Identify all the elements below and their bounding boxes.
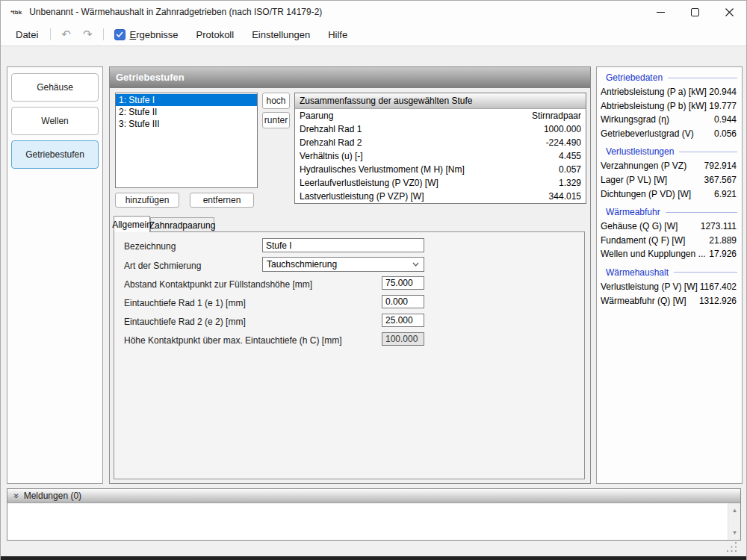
summary-row: Verhältnis (u) [-]4.455 <box>295 149 586 163</box>
messages-header[interactable]: » Meldungen (0) <box>7 489 740 503</box>
summary-value: 0.057 <box>559 163 586 176</box>
menu-item-einstellungen[interactable]: Einstellungen <box>244 26 317 43</box>
summary-label: Verhältnis (u) [-] <box>295 149 559 163</box>
hoehe-kontaktpunkt-label: Höhe Kontaktpunkt über max. Eintauchtief… <box>124 335 341 346</box>
bezeichnung-label: Bezeichnung <box>124 241 176 252</box>
menu-item-hilfe[interactable]: Hilfe <box>320 26 355 43</box>
section-title-verlustleistungen: Verlustleistungen <box>606 146 737 157</box>
sidebar-item-wellen[interactable]: Wellen <box>11 107 99 135</box>
summary-label: Hydraulisches Verlustmoment (M H) [Nm] <box>295 163 559 176</box>
result-row: Gehäuse (Q G) [W]1273.111 <box>597 220 742 234</box>
ergebnisse-label[interactable]: Ergebnisse <box>130 29 179 40</box>
summary-value: -224.490 <box>546 136 586 149</box>
result-row: Verzahnungen (P VZ)792.914 <box>597 159 742 173</box>
summary-label: Leerlaufverlustleistung (P VZ0) [W] <box>295 176 559 190</box>
result-row: Wirkungsgrad (η)0.944 <box>597 113 742 127</box>
collapse-chevron-icon[interactable]: » <box>13 494 20 499</box>
sidebar-item-gehaeuse[interactable]: Gehäuse <box>11 73 99 102</box>
results-panel: Getriebedaten Antriebsleistung (P a) [kW… <box>596 66 743 484</box>
schmierung-value: Tauchschmierung <box>267 259 337 270</box>
maximize-icon <box>691 8 699 16</box>
schmierung-dropdown[interactable]: Tauchschmierung <box>262 257 424 272</box>
eintauchtiefe-rad2-input[interactable] <box>382 314 424 327</box>
main-panel-title: Getriebestufen <box>110 67 590 88</box>
window-controls <box>643 1 746 23</box>
result-row: Antriebsleistung (P a) [kW]20.944 <box>597 85 742 99</box>
messages-title: Meldungen (0) <box>24 491 81 501</box>
menu-separator <box>50 28 51 40</box>
chevron-down-icon <box>412 262 419 267</box>
section-rule <box>668 78 737 78</box>
stage-list-item[interactable]: 1: Stufe I <box>116 94 257 106</box>
menu-item-datei[interactable]: Datei <box>8 26 46 43</box>
scroll-down-icon[interactable]: ▼ <box>728 527 741 538</box>
sidebar-panel: Gehäuse Wellen Getriebestufen <box>7 66 103 484</box>
move-down-button[interactable]: runter <box>262 112 290 128</box>
menu-separator-2 <box>103 28 104 40</box>
summary-label: Drehzahl Rad 1 <box>295 122 544 136</box>
summary-value: 1000.000 <box>544 122 586 136</box>
section-title-waermeabfuhr: Wärmeabfuhr <box>606 207 737 217</box>
summary-row: PaarungStirnradpaar <box>295 109 586 122</box>
menu-item-protokoll[interactable]: Protokoll <box>189 26 242 43</box>
check-icon <box>116 31 123 37</box>
bezeichnung-input[interactable] <box>262 238 424 252</box>
stage-list-item[interactable]: 3: Stufe III <box>116 118 257 130</box>
scroll-up-icon[interactable]: ▲ <box>728 505 741 516</box>
window-title: Unbenannt - Wärmehaushalt in Zahnradgetr… <box>29 7 322 17</box>
summary-label: Paarung <box>295 109 532 122</box>
messages-panel: » Meldungen (0) ▲ ▼ <box>7 488 741 541</box>
summary-row: Lastverlustleistung (P VZP) [W]344.015 <box>295 190 586 203</box>
main-panel: Getriebestufen 1: Stufe I 2: Stufe II 3:… <box>109 66 591 484</box>
title-bar: *tbk Unbenannt - Wärmehaushalt in Zahnra… <box>1 1 746 23</box>
app-window: *tbk Unbenannt - Wärmehaushalt in Zahnra… <box>0 0 747 560</box>
sidebar-item-getriebestufen[interactable]: Getriebestufen <box>11 140 99 169</box>
stage-list-item[interactable]: 2: Stufe II <box>116 106 257 118</box>
window-bottom-edge <box>1 556 746 560</box>
tab-allgemein[interactable]: Allgemein <box>114 216 150 232</box>
summary-row: Drehzahl Rad 11000.000 <box>295 122 586 136</box>
hoehe-kontaktpunkt-input <box>382 332 424 346</box>
app-icon: *tbk <box>10 9 22 16</box>
section-title-waermehaushalt: Wärmehaushalt <box>606 267 737 278</box>
minimize-icon <box>657 8 665 16</box>
summary-label: Drehzahl Rad 2 <box>295 136 546 149</box>
summary-row: Hydraulisches Verlustmoment (M H) [Nm]0.… <box>295 163 586 176</box>
close-icon <box>725 8 734 16</box>
result-row: Dichtungen (P VD) [W]6.921 <box>597 187 742 202</box>
stage-summary-panel: Zusammenfassung der ausgewählten Stufe P… <box>294 93 586 204</box>
section-rule <box>666 212 737 213</box>
ergebnisse-checkbox[interactable] <box>114 29 125 40</box>
menu-bar: Datei ↶ ↷ Ergebnisse Protokoll Einstellu… <box>1 23 746 46</box>
section-rule <box>679 152 737 152</box>
remove-stage-button[interactable]: entfernen <box>190 193 254 208</box>
tab-zahnradpaarung[interactable]: Zahnradpaarung <box>150 217 214 232</box>
close-button[interactable] <box>712 1 746 23</box>
stage-listbox[interactable]: 1: Stufe I 2: Stufe II 3: Stufe III <box>115 93 258 188</box>
eintauchtiefe-rad1-input[interactable] <box>382 295 424 308</box>
minimize-button[interactable] <box>643 1 678 23</box>
summary-label: Lastverlustleistung (P VZP) [W] <box>295 190 549 203</box>
result-row: Lager (P VL) [W]367.567 <box>597 173 742 187</box>
schmierung-label: Art der Schmierung <box>124 261 201 271</box>
summary-row: Leerlaufverlustleistung (P VZ0) [W]1.329 <box>295 176 586 190</box>
stage-summary-title: Zusammenfassung der ausgewählten Stufe <box>295 93 586 109</box>
ergebnisse-toggle[interactable]: Ergebnisse <box>108 29 185 40</box>
result-row: Verlustleistung (P V) [W]1167.402 <box>597 280 742 294</box>
redo-icon[interactable]: ↷ <box>77 28 99 40</box>
resize-grip[interactable] <box>727 542 737 553</box>
tab-page-allgemein: Bezeichnung Art der Schmierung Tauchschm… <box>114 231 585 479</box>
result-row: Fundament (Q F) [W]21.889 <box>597 234 742 248</box>
add-stage-button[interactable]: hinzufügen <box>115 193 179 208</box>
messages-scrollbar[interactable]: ▲ ▼ <box>728 503 740 540</box>
eintauchtiefe-rad2-label: Eintauchtiefe Rad 2 (e 2) [mm] <box>124 317 246 327</box>
result-row: Abtriebsleistung (P b) [kW]19.777 <box>597 99 742 113</box>
move-up-button[interactable]: hoch <box>262 93 290 109</box>
abstand-input[interactable] <box>382 276 424 290</box>
summary-row: Drehzahl Rad 2-224.490 <box>295 136 586 149</box>
summary-value: 1.329 <box>559 176 586 190</box>
undo-icon[interactable]: ↶ <box>55 28 77 40</box>
summary-value: Stirnradpaar <box>532 109 586 122</box>
maximize-button[interactable] <box>678 1 712 23</box>
abstand-label: Abstand Kontaktpunkt zur Füllstandshöhe … <box>124 279 312 290</box>
